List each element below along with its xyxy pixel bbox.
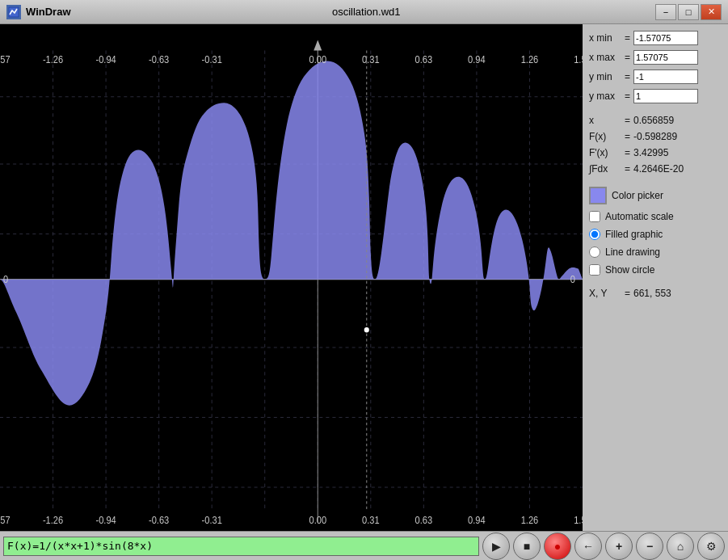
y-max-row: y max = [589, 87, 722, 105]
zoom-in-button[interactable]: + [605, 533, 633, 560]
automatic-scale-label: Automatic scale [605, 211, 674, 222]
automatic-scale-checkbox[interactable] [589, 211, 600, 222]
graph-canvas[interactable]: -1.57 -1.26 -0.94 -0.63 -0.31 0.00 0.31 … [0, 24, 583, 531]
filled-graphic-row[interactable]: Filled graphic [589, 226, 722, 242]
settings-icon: ⚙ [706, 540, 717, 553]
titlebar: WinDraw oscillation.wd1 − □ ✕ [0, 0, 728, 24]
show-circle-label: Show circle [605, 264, 654, 276]
filled-graphic-radio[interactable] [589, 229, 600, 240]
y-max-label: y max [589, 91, 621, 102]
app-icon [6, 5, 21, 19]
automatic-scale-row[interactable]: Automatic scale [589, 208, 722, 225]
show-circle-checkbox[interactable] [589, 264, 600, 276]
line-drawing-row[interactable]: Line drawing [589, 244, 722, 260]
svg-text:-0.31: -0.31 [202, 54, 222, 64]
color-swatch[interactable] [589, 187, 607, 204]
svg-point-23 [364, 327, 369, 332]
xy-row: X, Y = 661, 553 [589, 286, 722, 301]
line-drawing-radio[interactable] [589, 246, 600, 258]
fx-label: F(x) [589, 131, 621, 142]
xy-value: 661, 553 [633, 288, 671, 299]
graph-svg: -1.57 -1.26 -0.94 -0.63 -0.31 0.00 0.31 … [0, 24, 583, 531]
svg-text:0.00: 0.00 [309, 516, 326, 525]
sidebar: x min = x max = y min = y max = x = 0.65… [583, 24, 728, 531]
formula-input[interactable] [3, 537, 479, 556]
window-controls: − □ ✕ [655, 4, 722, 20]
maximize-button[interactable]: □ [678, 4, 699, 20]
settings-button[interactable]: ⚙ [697, 533, 725, 560]
main-area: -1.57 -1.26 -0.94 -0.63 -0.31 0.00 0.31 … [0, 24, 728, 531]
svg-text:-1.26: -1.26 [43, 54, 63, 64]
svg-text:1.26: 1.26 [521, 54, 539, 64]
zoom-out-button[interactable]: − [636, 533, 663, 560]
x-display-label: x [589, 115, 621, 126]
filled-graphic-label: Filled graphic [605, 229, 663, 240]
y-max-input[interactable] [633, 89, 698, 103]
x-min-input[interactable] [633, 31, 698, 45]
svg-text:1.26: 1.26 [521, 516, 539, 525]
svg-text:0: 0 [3, 275, 8, 284]
svg-text:-0.63: -0.63 [149, 54, 169, 64]
intfx-row: ∫Fdx = 4.2646E-20 [589, 162, 722, 176]
color-picker-label: Color picker [612, 190, 663, 201]
file-name: oscillation.wd1 [78, 6, 656, 18]
color-picker-row[interactable]: Color picker [589, 184, 722, 207]
fx-row: F(x) = -0.598289 [589, 129, 722, 144]
record-icon: ● [554, 540, 561, 553]
x-min-row: x min = [589, 29, 722, 47]
y-min-label: y min [589, 71, 621, 82]
line-drawing-label: Line drawing [605, 246, 660, 258]
y-min-row: y min = [589, 68, 722, 86]
svg-text:0.31: 0.31 [362, 54, 380, 64]
minus-icon: − [646, 540, 653, 553]
intfx-value: 4.2646E-20 [633, 163, 684, 175]
fpx-value: 3.42995 [633, 147, 668, 158]
svg-text:0: 0 [570, 275, 575, 284]
svg-text:0.94: 0.94 [468, 54, 486, 64]
x-value-row: x = 0.656859 [589, 113, 722, 128]
x-max-label: x max [589, 52, 621, 63]
record-button[interactable]: ● [544, 533, 571, 560]
x-max-input[interactable] [633, 50, 698, 65]
y-min-input[interactable] [633, 69, 698, 84]
stop-button[interactable]: ■ [513, 533, 541, 560]
app-name: WinDraw [26, 6, 71, 18]
plus-icon: + [616, 540, 622, 553]
svg-text:0.00: 0.00 [309, 54, 326, 64]
stop-icon: ■ [524, 540, 530, 553]
play-button[interactable]: ▶ [482, 533, 510, 560]
svg-text:0.94: 0.94 [468, 516, 486, 525]
close-button[interactable]: ✕ [701, 4, 722, 20]
back-icon: ← [583, 540, 594, 553]
fx-value: -0.598289 [633, 131, 677, 142]
svg-text:0.63: 0.63 [415, 516, 433, 525]
x-display-value: 0.656859 [633, 115, 674, 126]
formula-bar: ▶ ■ ● ← + − ⌂ ⚙ [0, 531, 728, 560]
fpx-label: F'(x) [589, 147, 621, 158]
xy-label: X, Y [589, 288, 621, 299]
svg-text:-1.57: -1.57 [0, 54, 11, 64]
svg-text:-1.26: -1.26 [43, 516, 63, 525]
svg-text:0.63: 0.63 [415, 54, 433, 64]
show-circle-row[interactable]: Show circle [589, 262, 722, 278]
svg-text:0.31: 0.31 [362, 516, 380, 525]
play-icon: ▶ [492, 540, 501, 553]
svg-text:-0.31: -0.31 [202, 516, 222, 525]
svg-text:1.57: 1.57 [574, 54, 583, 64]
svg-text:1.57: 1.57 [574, 516, 583, 525]
minimize-button[interactable]: − [655, 4, 676, 20]
svg-text:-0.94: -0.94 [95, 516, 116, 525]
x-min-label: x min [589, 32, 621, 44]
svg-text:-1.57: -1.57 [0, 516, 11, 525]
fpx-row: F'(x) = 3.42995 [589, 145, 722, 160]
svg-text:-0.94: -0.94 [95, 54, 116, 64]
back-button[interactable]: ← [574, 533, 602, 560]
home-icon: ⌂ [677, 540, 684, 553]
x-max-row: x max = [589, 48, 722, 66]
intfx-label: ∫Fdx [589, 163, 621, 175]
home-button[interactable]: ⌂ [667, 533, 694, 560]
svg-text:-0.63: -0.63 [149, 516, 169, 525]
